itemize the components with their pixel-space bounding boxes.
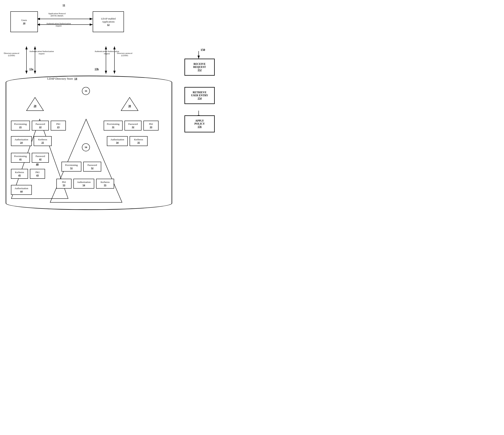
kerb45-box: Kerberos 45 bbox=[11, 169, 28, 179]
pass22-box: Password 22 bbox=[32, 121, 49, 131]
kerb35-box: Kerberos 35 bbox=[130, 136, 148, 146]
pki43-box: PKI 43 bbox=[30, 169, 45, 179]
prov31-box: Provisioning 31 bbox=[104, 121, 123, 131]
auth24-box: Authorization 24 bbox=[11, 136, 32, 146]
auth54-box: Authorization 54 bbox=[73, 179, 94, 188]
ldap-apps-box: LDAP enabledApplications 12 bbox=[93, 11, 124, 32]
svg-marker-38 bbox=[121, 98, 138, 111]
main-diagram: 11 Application Protocol(HTTP, IMAP) Auth… bbox=[0, 0, 252, 217]
triangle-20: 20 bbox=[26, 97, 45, 112]
prov21-box: Provisioning 21 bbox=[11, 121, 30, 131]
apply-policy-box: APPLYPOLICY 156 bbox=[184, 115, 215, 132]
auth-req-right: Authentication/Authorizationrequest bbox=[95, 50, 119, 55]
label-13b: 13b bbox=[95, 68, 99, 71]
svg-marker-36 bbox=[27, 98, 44, 111]
pass32-box: Password 32 bbox=[125, 121, 142, 131]
pki33-box: PKI 33 bbox=[144, 121, 159, 131]
auth34-box: Authorization 34 bbox=[107, 136, 128, 146]
label-150: 150 bbox=[200, 48, 205, 52]
retrieve-user-box: RETRIEVEUSER ENTRY 154 bbox=[184, 87, 215, 104]
users-box: Users 10 bbox=[10, 11, 38, 32]
ldap-store-label: LDAP Directory Store 14 bbox=[47, 77, 77, 80]
svg-text:20: 20 bbox=[34, 105, 36, 107]
dir-proto-right: Directory protocol(LDAP) bbox=[117, 52, 132, 57]
pki23-box: PKI 23 bbox=[51, 121, 66, 131]
node-50: 50 bbox=[82, 143, 90, 151]
svg-text:30: 30 bbox=[128, 105, 131, 107]
auth44-box: Authorization 44 bbox=[11, 185, 32, 195]
dir-proto-left: Directory protocol(LDAP) bbox=[4, 52, 19, 57]
receive-request-box: RECEIVEREQUEST 152 bbox=[184, 59, 215, 76]
root-node-16: 16 bbox=[82, 87, 90, 95]
app-protocol-label: Application Protocol(HTTP, IMAP) bbox=[48, 12, 66, 17]
pass42-box: Password 42 bbox=[32, 153, 49, 163]
pass52-box: Password 52 bbox=[83, 162, 101, 171]
label-13a: 13a bbox=[29, 68, 33, 71]
label-11: 11 bbox=[63, 4, 65, 7]
triangle-30: 30 bbox=[120, 97, 139, 112]
pki53-box: PKI 53 bbox=[56, 179, 72, 188]
prov51-box: Provisioning 51 bbox=[62, 162, 81, 171]
kerb55-box: Kerberos 55 bbox=[96, 179, 114, 188]
kerb25-box: Kerberos 25 bbox=[34, 136, 52, 146]
auth-req-top-label: Authentication/Authorizationrequest bbox=[46, 22, 71, 27]
svg-marker-41 bbox=[50, 119, 122, 202]
auth-req-left: Authentication/Authorizationrequest bbox=[29, 50, 54, 55]
prov41-box: Provisioning 41 bbox=[11, 153, 30, 163]
